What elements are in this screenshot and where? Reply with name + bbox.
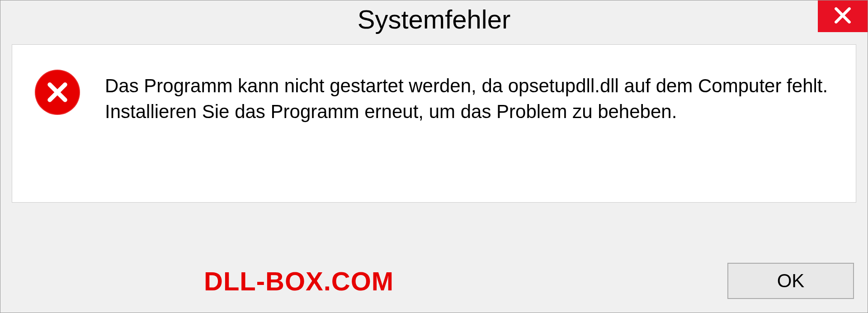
dialog-title: Systemfehler	[358, 4, 510, 34]
watermark-text: DLL-BOX.COM	[204, 266, 394, 296]
error-dialog: Systemfehler Das Programm kann nicht ges…	[0, 0, 868, 313]
content-area: Das Programm kann nicht gestartet werden…	[12, 44, 856, 203]
title-bar: Systemfehler	[0, 0, 868, 38]
error-message: Das Programm kann nicht gestartet werden…	[105, 70, 833, 124]
close-button[interactable]	[818, 0, 868, 32]
dialog-footer: DLL-BOX.COM OK	[0, 263, 868, 299]
close-icon	[833, 5, 853, 27]
error-icon	[35, 70, 80, 115]
ok-button[interactable]: OK	[727, 263, 854, 299]
